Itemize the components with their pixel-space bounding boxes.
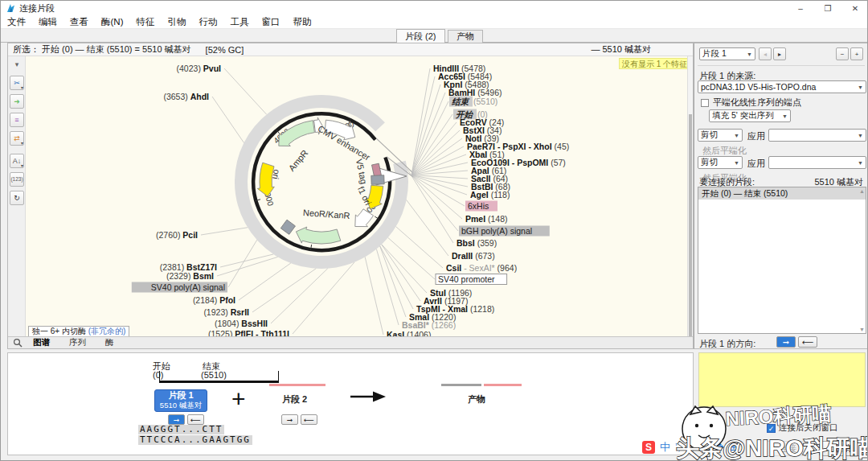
feature-label-boxed[interactable]: 6xHis <box>468 201 489 211</box>
toolbox-icon[interactable]: ⊞ <box>729 441 738 454</box>
close-button[interactable]: ✕ <box>841 1 868 15</box>
sequence-length: — 5510 碱基对 <box>591 43 651 56</box>
title-bar: 连接片段 – ❐ ✕ <box>1 1 868 15</box>
cut1-select[interactable]: 剪切▼ <box>698 129 743 142</box>
enzyme-label[interactable]: DraIII (673) <box>452 251 495 261</box>
map-scrollbar-thumb[interactable] <box>689 114 692 336</box>
feature-marker[interactable] <box>371 175 384 185</box>
enzyme-label[interactable]: PmeI (148) <box>465 214 508 224</box>
fragment1-span-bar <box>159 381 279 383</box>
enzyme-filter-link[interactable]: (非冗余的) <box>88 327 126 335</box>
keyboard-icon[interactable]: ⌨ <box>695 441 710 454</box>
enzyme-label[interactable]: (2184) PfoI <box>193 295 235 305</box>
callout-line <box>239 263 291 300</box>
tab-map-view[interactable]: 图谱 <box>23 337 59 348</box>
menu-item-9[interactable]: 帮助 <box>286 16 317 28</box>
numbering-tool-button[interactable]: (123) <box>10 172 24 187</box>
minimize-button[interactable]: – <box>787 1 814 15</box>
enzyme-label[interactable]: BbsI (359) <box>457 238 497 248</box>
sequence-top-strand: AAGGGT...CTT <box>138 425 224 434</box>
blunt-ends-checkbox[interactable] <box>701 99 709 107</box>
menu-item-0[interactable]: 文件 <box>1 16 32 28</box>
bracket-right <box>278 371 279 381</box>
enzyme-label[interactable]: (1525) PflFI - Tth111I <box>208 329 289 337</box>
enzyme2-select[interactable]: ▼ <box>768 156 866 169</box>
feature-label-boxed[interactable]: 结束 <box>451 97 471 106</box>
fragment-range-row[interactable]: 开始 (0) — 结束 (5510) <box>698 187 866 200</box>
map-scrollbar[interactable] <box>687 56 693 336</box>
mic-icon[interactable]: ♪ <box>686 441 691 454</box>
feature-neor-kanr[interactable] <box>296 227 340 244</box>
sequence-bottom-strand: TTCCCA...GAAGTGG <box>138 435 252 445</box>
lang-zh-icon[interactable]: 中 <box>660 441 670 454</box>
next-fragment-button[interactable]: ▸ <box>773 47 786 60</box>
menu-item-5[interactable]: 引物 <box>161 16 192 28</box>
enzyme-filter-box[interactable]: 独一 6+ 内切酶 (非冗余的) <box>28 326 129 337</box>
add-fragment-button[interactable]: + <box>850 47 863 60</box>
fill-overhang-select[interactable]: 填充 5' 突出序列▼ <box>709 109 791 122</box>
length-dash-icon: — <box>591 44 600 54</box>
fragment1-badge[interactable]: 片段 1 5510 碱基对 <box>154 389 207 412</box>
feature-marker[interactable] <box>280 220 295 234</box>
cancel-button[interactable]: 取消 <box>819 441 866 456</box>
frag2-forward-button[interactable]: ➞ <box>281 414 298 425</box>
cut2-select[interactable]: 剪切▼ <box>698 156 743 169</box>
frag2-reverse-button[interactable]: ⟵ <box>301 414 317 425</box>
direction-reverse-button[interactable]: ⟵ <box>798 336 817 348</box>
tab-enzymes-view[interactable]: 酶 <box>96 337 124 348</box>
menu-item-2[interactable]: 查看 <box>63 16 95 28</box>
enzyme-label[interactable]: (2760) PciI <box>156 230 198 240</box>
menu-item-8[interactable]: 窗口 <box>255 16 286 28</box>
prev-fragment-button[interactable]: ◂ <box>759 47 772 60</box>
remove-fragment-button[interactable]: − <box>836 47 849 60</box>
enzyme-label[interactable]: (1923) RsrII <box>203 307 249 317</box>
punct-icon[interactable]: ’, <box>675 441 681 454</box>
source-select[interactable]: pcDNA3.1D V5-His-TOPO.dna▼ <box>698 80 866 93</box>
menu-item-7[interactable]: 工具 <box>223 16 255 28</box>
close-after-checkbox[interactable]: ✓ <box>767 424 776 433</box>
enzyme-label[interactable]: KasI (1406) <box>387 330 431 337</box>
menu-item-3[interactable]: 酶(N) <box>95 16 129 28</box>
fragments-listbox[interactable]: 开始 (0) — 结束 (5510) ▲ ▼ <box>698 187 866 334</box>
ligate-button[interactable]: 连接 <box>764 441 811 456</box>
tab-sequence-view[interactable]: 序列 <box>59 337 96 348</box>
scroll-down-icon[interactable]: ▼ <box>859 327 865 332</box>
enzymes-tool-button[interactable]: ✂▾ <box>10 76 24 90</box>
enzyme1-select[interactable]: ▼ <box>768 129 866 142</box>
tab-product[interactable]: 产物 <box>448 30 483 43</box>
topology-tool-button[interactable]: ↻ <box>10 191 24 205</box>
window-title: 连接片段 <box>19 2 55 14</box>
direction-forward-button[interactable]: ➞ <box>776 336 796 348</box>
sort-tool-button[interactable]: A↓▾ <box>10 154 24 168</box>
direction-label: 片段 1 的方向: <box>699 338 755 350</box>
translations-tool-button[interactable]: ⇄▾ <box>10 131 24 146</box>
primers-tool-button[interactable]: ≡ <box>10 113 24 127</box>
restore-button[interactable]: ❐ <box>814 1 841 15</box>
enzyme-label[interactable]: (1804) BssHII <box>215 319 268 328</box>
scroll-up-icon[interactable]: ▲ <box>859 188 865 194</box>
sogou-logo-icon[interactable]: S <box>642 441 655 454</box>
fragment-select[interactable]: 片段 1▼ <box>699 47 755 60</box>
features-tool-button[interactable]: ➜ <box>10 94 24 109</box>
enzyme-label[interactable]: BsaBI* (1266) <box>402 320 456 330</box>
enzyme-label[interactable]: AgeI (118) <box>470 190 510 200</box>
enzyme-label[interactable]: CsiI - SexAI* (964) <box>446 263 517 273</box>
enzyme-label[interactable]: (4023) PvuI <box>177 64 222 73</box>
ime-toolbar: S 中’,♪⌨❖⊞ <box>642 439 738 455</box>
callout-line <box>271 269 328 323</box>
feature-label-boxed[interactable]: SV40 poly(A) signal <box>151 282 225 292</box>
fragment2-name: 片段 2 <box>282 393 307 405</box>
enzyme-label[interactable]: (3653) AhdI <box>163 92 209 101</box>
enzyme-label[interactable]: (2329) BsmI <box>166 271 214 281</box>
menu-item-4[interactable]: 特征 <box>129 16 161 28</box>
skin-icon[interactable]: ❖ <box>715 441 725 454</box>
menu-item-6[interactable]: 行动 <box>192 16 223 28</box>
tab-fragments[interactable]: 片段 (2) <box>396 29 445 43</box>
feature-v5-tag[interactable] <box>372 163 382 177</box>
feature-label-boxed[interactable]: SV40 promoter <box>438 274 495 284</box>
menu-item-1[interactable]: 编辑 <box>32 16 63 28</box>
feature-label-boxed[interactable]: bGH poly(A) signal <box>461 226 532 236</box>
chevron-down-icon: ▼ <box>731 133 739 138</box>
collapse-toolbar-button[interactable]: ▾ <box>10 57 24 72</box>
search-icon[interactable] <box>13 338 23 348</box>
